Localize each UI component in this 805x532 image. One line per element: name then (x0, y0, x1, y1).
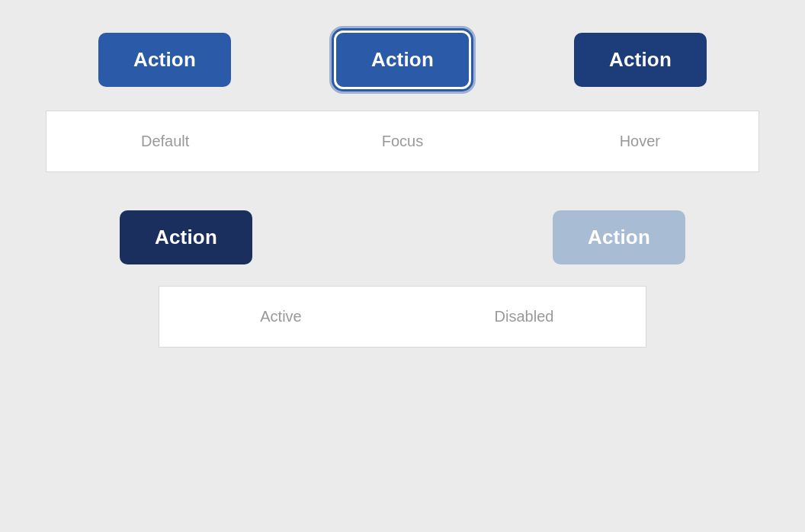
disabled-state-label: Disabled (402, 286, 646, 348)
main-container: Action Action Action Default Focus Hover… (0, 0, 805, 532)
active-state-label: Active (159, 286, 402, 348)
default-state-label: Default (46, 111, 284, 172)
label-row-1: Default Focus Hover (46, 111, 759, 172)
label-row-2: Active Disabled (46, 286, 759, 348)
button-row-1: Action Action Action (46, 30, 759, 89)
hover-state-label: Hover (521, 111, 759, 172)
active-cell: Action (46, 210, 326, 264)
button-row-2: Action Action (46, 210, 759, 264)
hover-cell: Action (521, 33, 759, 87)
active-button[interactable]: Action (120, 210, 252, 264)
hover-button[interactable]: Action (574, 33, 707, 87)
focus-button[interactable]: Action (334, 30, 471, 89)
default-cell: Action (46, 33, 284, 87)
focus-cell: Action (284, 30, 521, 89)
disabled-cell: Action (479, 210, 759, 264)
focus-state-label: Focus (284, 111, 521, 172)
default-button[interactable]: Action (98, 33, 231, 87)
disabled-button: Action (553, 210, 685, 264)
